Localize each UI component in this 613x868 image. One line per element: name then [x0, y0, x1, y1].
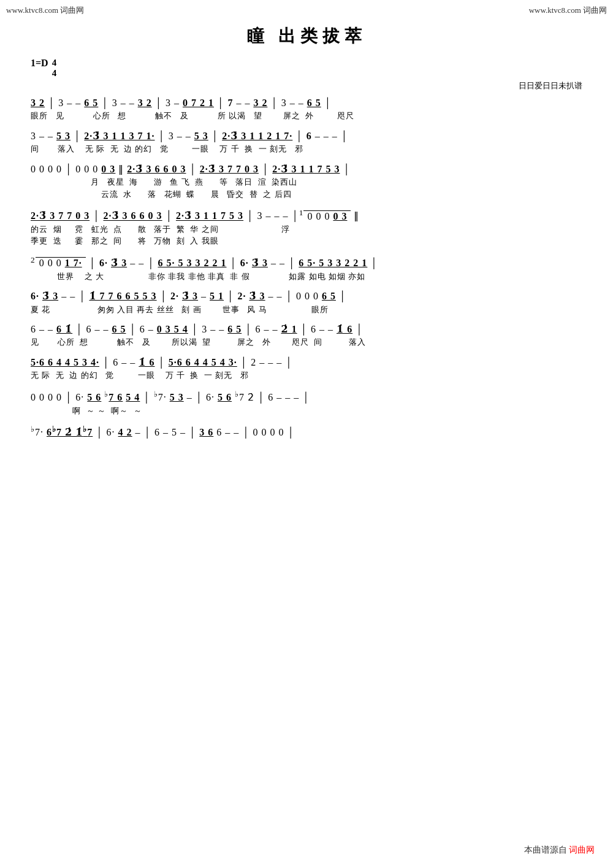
key-label: 1=D — [31, 58, 48, 69]
lyric-row-5: 世界 之 大 非你 非我 非他 非真 非 假 如露 如电 如烟 亦如 — [31, 271, 582, 283]
watermark-right: www.ktvc8.com 词曲网 — [529, 5, 607, 16]
lyric-row-4a: 的云 烟 霓 虹光 点 散 落于 繁 华 之间 浮 — [31, 223, 582, 236]
lyric-row-4b: 季更 迭 霎 那之 间 将 万物 刻 入 我眼 — [31, 235, 582, 247]
music-row-1: 3 2 │ 3 – – 6 5 │ 3 – – 3 2 │ 3 – 0 7 2 … — [31, 96, 582, 110]
music-row-3: 0 0 0 0 │ 0 0 0 0 3 ‖ 2·3̄ 3 6 6 0 3 │ 2… — [31, 163, 582, 176]
music-row-9: 0 0 0 0 │ 6· 5 6 ♭7 6 5 4 │ ♭7· 5 3 – │ … — [31, 389, 582, 405]
music-row-8: 5·6 6 4 4 5 3 4· │ 6 – – 1̇ 6 │ 5·6 6 4 … — [31, 356, 582, 369]
music-row-6: 6· 3̄ 3 – – │ 1̇ 7 7 6 6 5 5 3 │ 2· 3̄ 3… — [31, 290, 582, 303]
music-row-2: 3 – – 5 3 │ 2·3̄ 3 1 1 3 7 1· │ 3 – – 5 … — [31, 129, 582, 143]
lyric-row-3b: 云流 水 落 花蝴 蝶 晨 昏交 替 之 后四 — [31, 188, 582, 201]
author-line: 日日爱日日未扒谱 — [31, 80, 582, 91]
lyric-row-6: 夏 花 匆匆 入目 再去 丝丝 刻 画 世事 风 马 眼所 — [31, 304, 582, 316]
lyric-row-3a: 月 夜星 海 游 鱼 飞 燕 等 落日 渲 染西山 — [31, 176, 582, 188]
lyric-row-8: 无 际 无 边 的幻 觉 一眼 万 千 换 一 刻无 邪 — [31, 369, 582, 382]
lyric-row-9: 啊 ～ ～ 啊～ ～ — [31, 405, 582, 417]
lyric-row-10 — [31, 440, 582, 452]
time-signature: 4 4 — [52, 58, 57, 78]
music-row-5: 20 0 0 1 7· │ 6· 3̄ 3 – – │ 6 5· 5 3 3 2… — [31, 255, 582, 271]
music-row-4: 2·3̄ 3 7 7 0 3 │ 2·3̄ 3 6 6 0 3 │ 2·3̄ 3… — [31, 207, 582, 223]
page-title: 瞳 出类拔萃 — [31, 25, 582, 48]
lyric-row-2: 间 落入 无 际 无 边 的幻 觉 一眼 万 千 换 一 刻无 邪 — [31, 143, 582, 155]
watermark-left: www.ktvc8.com 词曲网 — [6, 5, 84, 16]
music-row-7: 6 – – 6 1̇ │ 6 – – 6 5 │ 6 – 0 3 5 4 │ 3… — [31, 323, 582, 336]
watermark-bottom: 本曲谱源自 词曲网 — [524, 845, 595, 856]
lyric-row-1: 眼所 见 心所 想 触不 及 所 以渴 望 屏之 外 咫尺 — [31, 110, 582, 122]
lyric-row-7: 见 心所 想 触不 及 所以渴 望 屏之 外 咫尺 间 落入 — [31, 336, 582, 348]
music-row-10: ♭7· 6♭7 2̇ 1̇♭7 │ 6· 4 2 – │ 6 – 5 – │ 3… — [31, 424, 582, 440]
